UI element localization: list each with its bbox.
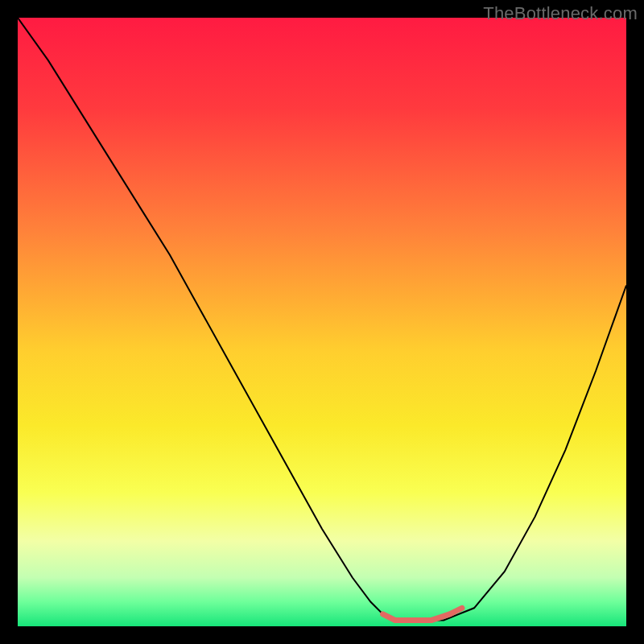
svg-rect-0 (18, 18, 626, 626)
plot-area (18, 18, 626, 626)
chart-frame: TheBottleneck.com (0, 0, 644, 644)
background-gradient (18, 18, 626, 626)
watermark: TheBottleneck.com (483, 3, 638, 24)
